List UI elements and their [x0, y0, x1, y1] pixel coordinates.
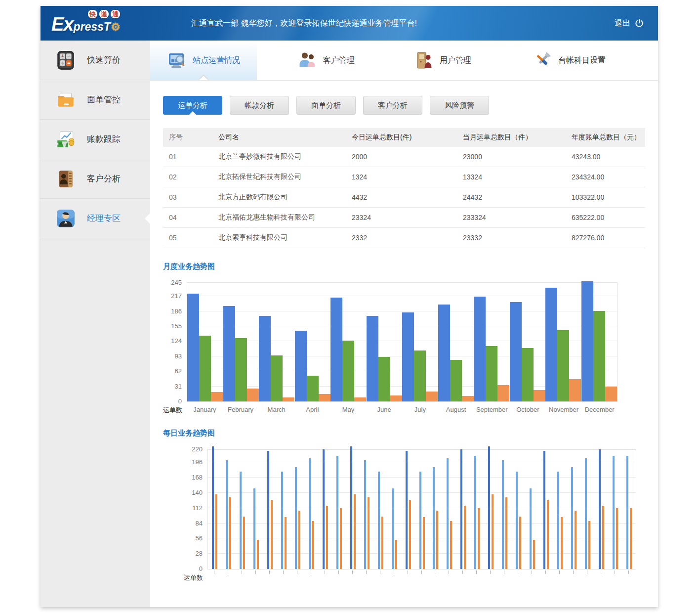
tab-3[interactable]: 用户管理 [397, 41, 488, 80]
x-tick-mark [442, 570, 456, 582]
orange-bar [354, 494, 356, 569]
y-tick-label: 140 [192, 489, 203, 496]
table-cell: 234324.00 [566, 173, 645, 181]
y-tick-label: 124 [171, 337, 182, 345]
bar-group [222, 460, 236, 569]
orange-bar [534, 390, 545, 401]
table-row: 02北京拓保世纪科技有限公司132413324234324.00 [163, 167, 645, 187]
blue-bar [599, 449, 601, 569]
table-cell: 43243.00 [566, 153, 645, 161]
blue-bar [545, 288, 557, 401]
daily-x-ticks [207, 569, 635, 582]
table-row: 03北京方正数码有限公司443224432103322.00 [163, 187, 645, 208]
subtab-3[interactable]: 面单分析 [296, 96, 356, 115]
green-bar [271, 355, 283, 401]
bar-group [580, 458, 594, 569]
sidebar-item-1[interactable]: +−÷=快速算价 [41, 41, 150, 80]
subtab-5[interactable]: 风险预警 [430, 96, 489, 115]
orange-bar [395, 540, 397, 569]
x-tick-mark [359, 570, 373, 582]
green-bar [342, 341, 354, 401]
logo-cn-char: 快 [88, 10, 97, 18]
logo-rest: pressT [73, 20, 110, 33]
logo-ex: Ex [51, 14, 73, 35]
orange-bar [257, 540, 259, 569]
y-tick-label: 0 [199, 565, 203, 572]
logout-button[interactable]: 退出 [615, 18, 644, 29]
table-cell: 02 [163, 173, 212, 181]
subtab-2[interactable]: 帐款分析 [230, 96, 289, 115]
page: ExpressT⚙ 快递通 汇通宣武一部 魏华您好，欢迎登录拓保世纪快递通业务管… [0, 0, 700, 613]
x-tick-mark [304, 570, 318, 582]
x-tick-mark [456, 570, 470, 582]
monitor-search-icon [167, 50, 187, 70]
x-tick-label: December [581, 406, 618, 415]
green-bar [450, 360, 462, 401]
bar-group [373, 472, 387, 569]
column-header: 公司名 [212, 133, 346, 142]
subtab-1[interactable]: 运单分析 [163, 96, 222, 115]
app-logo: ExpressT⚙ 快递通 [41, 6, 154, 41]
bar-group [387, 488, 401, 569]
orange-bar [492, 494, 494, 569]
bar-group [319, 449, 332, 569]
bar-group [545, 288, 581, 401]
x-tick-label: April [294, 406, 330, 415]
bar-group [498, 460, 512, 569]
blue-bar [267, 451, 269, 569]
blue-bar [226, 460, 228, 569]
x-tick-mark [594, 570, 608, 582]
y-tick-label: 31 [175, 383, 182, 390]
tab-2[interactable]: 客户管理 [281, 41, 371, 80]
sidebar-item-5[interactable]: 经理专区 [41, 199, 150, 238]
tab-1[interactable]: 站点运营情况 [150, 41, 257, 80]
x-tick-mark [552, 570, 566, 582]
orange-bar [247, 389, 259, 401]
blue-bar [350, 446, 352, 569]
blue-bar [402, 312, 414, 401]
logo-cn-char: 递 [99, 10, 109, 18]
blue-bar [447, 458, 449, 569]
blue-bar [516, 472, 518, 569]
orange-bar [464, 506, 466, 569]
power-icon [634, 18, 644, 28]
svg-text:−: − [67, 53, 70, 59]
bar-group [429, 467, 443, 569]
company-name-cell: 北京福佑龙惠生物科技有限公司 [212, 213, 346, 222]
y-tick-label: 186 [171, 307, 182, 315]
manager-icon [55, 208, 76, 229]
sidebar-item-2[interactable]: 面单管控 [41, 80, 150, 120]
bar-group [512, 472, 526, 569]
sidebar-item-4[interactable]: 客户分析 [41, 159, 150, 199]
bar-group [259, 316, 295, 401]
main-content: 站点运营情况客户管理用户管理台帐科目设置 运单分析帐款分析面单分析客户分析风险预… [150, 41, 658, 607]
monthly-trend-chart: 2452171861551249362310 运单数 JanuaryFebrua… [163, 282, 645, 415]
active-tab-notch [199, 76, 208, 80]
orange-bar [423, 517, 425, 569]
x-tick-label: May [330, 406, 367, 415]
bar-group [443, 458, 456, 569]
orange-bar [575, 511, 576, 569]
y-tick-label: 56 [196, 534, 203, 542]
table-cell: 4432 [346, 193, 457, 201]
column-header: 序号 [163, 133, 212, 142]
orange-bar [533, 540, 535, 569]
subtab-4[interactable]: 客户分析 [363, 96, 422, 115]
tools-icon [533, 50, 552, 70]
orange-bar [462, 396, 474, 401]
table-cell: 04 [163, 214, 212, 221]
blue-bar [309, 458, 311, 569]
table-cell: 103322.00 [566, 193, 645, 201]
table-cell: 1324 [346, 173, 457, 181]
svg-text:=: = [67, 59, 70, 65]
bar-group [332, 456, 346, 569]
bar-group [295, 331, 331, 401]
tab-4[interactable]: 台帐科目设置 [516, 41, 622, 80]
blue-bar [392, 488, 394, 569]
sidebar-item-3[interactable]: 账款跟踪 [41, 120, 150, 159]
table-cell: 233324 [457, 214, 566, 221]
table-cell: 05 [163, 234, 212, 242]
bar-group [263, 451, 277, 569]
green-bar [235, 338, 247, 401]
x-tick-mark [263, 570, 277, 582]
